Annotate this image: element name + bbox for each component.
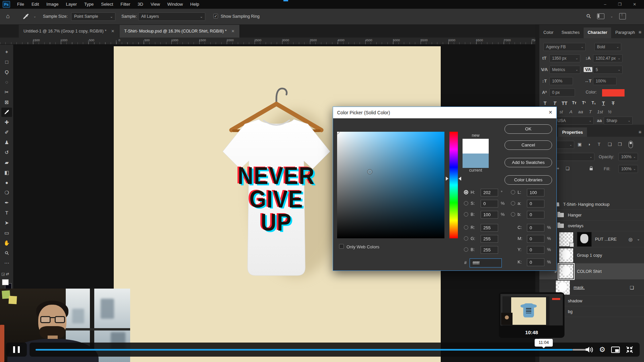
spot-healing-brush-tool[interactable]: ✚ (1, 118, 12, 127)
menu-select[interactable]: Select (97, 0, 117, 9)
color-field-cursor[interactable] (367, 169, 372, 174)
value-input[interactable]: 0 (527, 246, 544, 254)
frame-tool[interactable]: ⊠ (1, 98, 12, 107)
value-input[interactable]: 100 (527, 189, 544, 196)
menu-filter[interactable]: Filter (117, 0, 134, 9)
hue-slider-arrow-left[interactable] (446, 177, 448, 181)
dodge-tool[interactable]: ❍ (1, 188, 12, 197)
opentype-6-button[interactable]: ½ (606, 109, 614, 114)
layer-style-icon[interactable]: ❏ (630, 285, 634, 290)
picture-in-picture-icon[interactable] (611, 347, 620, 353)
vertical-scale-input[interactable]: 100% (549, 77, 573, 85)
layer-thumbnail[interactable] (559, 248, 574, 263)
brush-tool[interactable]: ✐ (1, 128, 12, 137)
menu-file[interactable]: File (13, 0, 28, 9)
radio-a[interactable] (511, 201, 515, 205)
document-tab-2[interactable]: T-Shirt- Mockup.psd @ 16.3% (COLOR Shirt… (119, 25, 239, 38)
clone-stamp-tool[interactable]: ♟ (1, 138, 12, 147)
ok-button[interactable]: OK (504, 124, 552, 134)
radio-L[interactable] (511, 190, 515, 194)
workspace-switcher-icon[interactable] (597, 13, 604, 19)
lock-position-icon[interactable]: ⌖ (557, 166, 559, 171)
layer-thumbnail[interactable] (559, 264, 574, 279)
close-button[interactable]: ✕ (627, 0, 642, 9)
layer-thumbnail[interactable] (559, 232, 574, 247)
share-icon[interactable] (619, 13, 626, 19)
subscript-button[interactable]: T₁ (589, 101, 598, 105)
blur-tool[interactable]: ● (1, 178, 12, 187)
opentype-4-button[interactable]: T (586, 109, 594, 114)
value-input[interactable]: 0 (527, 258, 544, 266)
rectangle-tool[interactable]: ▭ (1, 228, 12, 238)
pen-tool[interactable]: ✒ (1, 198, 12, 207)
close-tab-icon[interactable]: ✕ (111, 29, 114, 34)
eyedropper-tool[interactable] (1, 108, 12, 117)
seek-bar[interactable] (36, 349, 589, 351)
panel-menu-icon[interactable]: ≡ (639, 129, 641, 135)
opentype-1-button[interactable]: st (557, 109, 565, 114)
anti-alias-select[interactable]: Sharp⌄ (604, 117, 633, 125)
fill-input[interactable]: 100%⌄ (619, 165, 638, 173)
font-style-select[interactable]: Bold⌄ (594, 43, 621, 51)
chevron-down-icon[interactable]: ⌄ (637, 237, 640, 241)
small-caps-button[interactable]: Tᴛ (570, 101, 579, 105)
font-size-select[interactable]: 1350 px⌄ (549, 54, 580, 62)
gradient-tool[interactable]: ◧ (1, 168, 12, 177)
volume-icon[interactable] (585, 346, 593, 353)
path-selection-tool[interactable]: ➤ (1, 218, 12, 228)
opentype-2-button[interactable]: A (567, 109, 575, 114)
filter-shape-icon[interactable]: ❑ (608, 142, 612, 147)
all-caps-button[interactable]: TT (560, 101, 569, 106)
exit-fullscreen-icon[interactable] (626, 346, 634, 354)
value-input[interactable]: 0 (527, 200, 544, 207)
eraser-tool[interactable]: ▰ (1, 158, 12, 167)
opacity-input[interactable]: 100%⌄ (619, 153, 638, 161)
menu-view[interactable]: View (147, 0, 164, 9)
hand-tool[interactable]: ✋ (1, 238, 12, 248)
superscript-button[interactable]: T¹ (580, 101, 588, 105)
menu-edit[interactable]: Edit (28, 0, 43, 9)
close-tab-icon[interactable]: ✕ (231, 29, 235, 34)
current-tool-eyedropper-icon[interactable]: ⌄ (21, 12, 36, 21)
pause-button[interactable] (6, 343, 27, 357)
font-family-select[interactable]: Agency FB⌄ (543, 43, 586, 51)
hue-slider-arrow-right[interactable] (459, 177, 461, 181)
filter-image-icon[interactable]: ▣ (578, 142, 582, 147)
value-input[interactable]: 0 (527, 235, 544, 243)
menu-layer[interactable]: Layer (62, 0, 81, 9)
kerning-select[interactable]: Metrics⌄ (549, 66, 580, 74)
filter-type-icon[interactable]: T (598, 142, 600, 147)
edit-toolbar[interactable]: ⋯ (1, 258, 12, 268)
menu-image[interactable]: Image (43, 0, 62, 9)
hex-input[interactable] (470, 258, 502, 267)
tab-character[interactable]: Character (584, 27, 611, 38)
swap-colors-icon[interactable]: ◲ ⇄ (1, 272, 13, 277)
zoom-tool[interactable]: ⚲ (1, 248, 12, 258)
cancel-button[interactable]: Cancel (504, 140, 552, 150)
type-tool[interactable]: T (1, 208, 12, 218)
menu-window[interactable]: Window (164, 0, 186, 9)
history-brush-tool[interactable]: ↺ (1, 148, 12, 157)
saturation-brightness-field[interactable] (337, 132, 444, 238)
underline-button[interactable]: T (599, 101, 608, 106)
value-input[interactable]: 0 (527, 224, 544, 232)
tracking-select[interactable]: 5⌄ (593, 66, 623, 74)
filter-adjustment-icon[interactable]: ◑ (588, 142, 590, 147)
settings-gear-icon[interactable]: ⚙ (599, 346, 605, 354)
restore-button[interactable]: ❐ (612, 0, 627, 9)
move-tool[interactable]: ⌖ (1, 47, 12, 57)
tab-paragraph[interactable]: Paragraph (611, 27, 639, 38)
show-sampling-ring-checkbox[interactable]: ✓ (213, 14, 218, 18)
radio-b[interactable] (511, 212, 515, 217)
rectangular-marquee-tool[interactable]: □ (1, 57, 12, 67)
effects-icon[interactable]: ◎ (629, 237, 633, 242)
search-icon[interactable]: ⚲ (585, 12, 593, 20)
lasso-tool[interactable]: Ǫ (1, 67, 12, 77)
menu-3d[interactable]: 3D (134, 0, 147, 9)
quick-selection-tool[interactable]: ◌ (1, 77, 12, 87)
add-to-swatches-button[interactable]: Add to Swatches (504, 158, 552, 167)
opentype-3-button[interactable]: aa (577, 109, 585, 114)
only-web-colors-checkbox[interactable] (339, 244, 344, 249)
sample-select[interactable]: All Layers⌄ (138, 12, 205, 21)
dialog-close-icon[interactable]: ✕ (548, 110, 552, 115)
